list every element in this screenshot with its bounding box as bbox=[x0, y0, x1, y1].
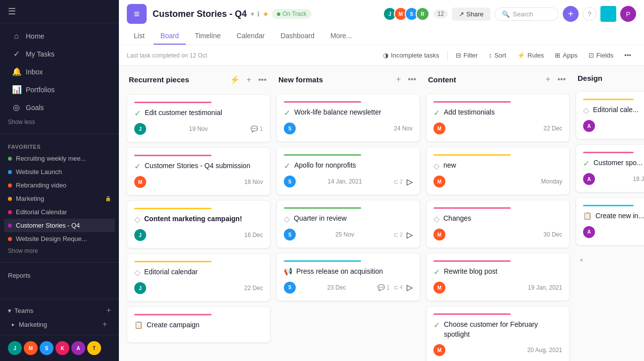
card-footer: S 24 Nov bbox=[284, 122, 413, 134]
card-customer-sp[interactable]: ✓ Customer spo... A 18 Jan, 2021 bbox=[576, 144, 644, 192]
card-date: Monday bbox=[541, 178, 562, 185]
card-date: 23 Dec bbox=[327, 284, 346, 291]
column-recurrent: Recurrent pieces ⚡ + ••• ✓ Edit customer… bbox=[127, 74, 270, 353]
sidebar-item-marketing-team[interactable]: ▸ Marketing + bbox=[8, 318, 111, 331]
hamburger-icon[interactable]: ☰ bbox=[8, 6, 16, 17]
card-add-testimonials[interactable]: ✓ Add testimonials M 22 Dec bbox=[426, 94, 570, 142]
add-team-button[interactable]: + bbox=[107, 306, 111, 315]
info-icon[interactable]: ℹ bbox=[257, 10, 260, 18]
diamond-icon: ◇ bbox=[134, 268, 140, 277]
sidebar-avatar-2[interactable]: M bbox=[24, 341, 38, 355]
card-edit-testimonial[interactable]: ✓ Edit customer testimonial J 19 Nov 💬 1 bbox=[127, 94, 270, 142]
card-customer-stories-q4[interactable]: ✓ Customer Stories - Q4 submission M 18 … bbox=[127, 147, 270, 195]
card-apollo[interactable]: ✓ Apollo for nonprofits S 14 Jan, 2021 ⊏… bbox=[276, 147, 420, 195]
share-button[interactable]: ↗ Share bbox=[452, 7, 490, 21]
search-box[interactable]: 🔍 Search bbox=[494, 7, 559, 21]
sidebar-avatar-1[interactable]: J bbox=[8, 341, 22, 355]
fav-item-recruiting[interactable]: Recruiting weekly mee... bbox=[4, 152, 115, 165]
diamond-icon: ◇ bbox=[134, 215, 140, 224]
sidebar-item-my-tasks[interactable]: ✓ My Tasks bbox=[4, 45, 115, 62]
card-title: Choose customer for February spotlight bbox=[444, 320, 562, 339]
help-button[interactable]: ? bbox=[583, 7, 596, 21]
fav-item-rebranding[interactable]: Rebranding video bbox=[4, 179, 115, 192]
sidebar-avatar-4[interactable]: K bbox=[55, 341, 69, 355]
sidebar-avatar-3[interactable]: S bbox=[40, 341, 54, 355]
show-more-button[interactable]: Show more bbox=[0, 245, 119, 258]
more-col-button[interactable]: ••• bbox=[406, 74, 418, 85]
card-footer: J 19 Nov 💬 1 bbox=[134, 123, 263, 135]
incomplete-tasks-button[interactable]: ◑ Incomplete tasks bbox=[378, 49, 444, 61]
tab-calendar[interactable]: Calendar bbox=[230, 28, 272, 45]
sidebar: ☰ ⌂ Home ✓ My Tasks 🔔 Inbox 📊 Portfolios… bbox=[0, 0, 119, 361]
fav-item-website-design[interactable]: Website Design Reque... bbox=[4, 232, 115, 245]
doc-icon: 📢 bbox=[284, 267, 292, 275]
tab-dashboard[interactable]: Dashboard bbox=[273, 28, 322, 45]
status-badge[interactable]: On Track bbox=[272, 9, 312, 19]
sidebar-avatar-5[interactable]: A bbox=[71, 341, 85, 355]
add-col-button[interactable]: + bbox=[245, 74, 253, 85]
card-bar bbox=[284, 101, 361, 103]
member-avatar-4[interactable]: R bbox=[416, 7, 429, 21]
card-title: Press release on acquisition bbox=[296, 267, 383, 277]
card-icons: ⊏ 2 ▷ bbox=[394, 230, 413, 240]
card-content-marketing[interactable]: ◇ Content marketing campaign! J 16 Dec bbox=[127, 200, 270, 248]
more-col-button[interactable]: ••• bbox=[555, 74, 568, 85]
column-content-header: Content + ••• bbox=[426, 74, 570, 89]
filter-button[interactable]: ⊟ Filter bbox=[451, 49, 483, 61]
column-actions: + ••• bbox=[394, 74, 418, 85]
member-count[interactable]: 12 bbox=[433, 9, 448, 18]
sidebar-item-inbox[interactable]: 🔔 Inbox bbox=[4, 63, 115, 80]
card-bar bbox=[284, 260, 361, 262]
apps-button[interactable]: ⊞ Apps bbox=[550, 49, 583, 61]
fav-item-editorial[interactable]: Editorial Calendar bbox=[4, 205, 115, 219]
fields-button[interactable]: ⊡ Fields bbox=[584, 49, 619, 61]
card-work-life[interactable]: ✓ Work-life balance newsletter S 24 Nov bbox=[276, 94, 420, 142]
column-content-title: Content bbox=[428, 75, 456, 84]
add-col-button[interactable]: + bbox=[544, 74, 552, 85]
add-marketing-button[interactable]: + bbox=[103, 320, 107, 329]
add-card-design-button[interactable]: + bbox=[576, 252, 644, 268]
card-footer: S 14 Jan, 2021 ⊏ 2 ▷ bbox=[284, 176, 413, 187]
tab-list[interactable]: List bbox=[127, 28, 152, 45]
card-new-monday[interactable]: ◇ new M Monday bbox=[426, 147, 570, 195]
sidebar-avatar-6[interactable]: T bbox=[87, 341, 101, 355]
card-editorial-calendar[interactable]: ◇ Editorial calendar J 22 Dec bbox=[127, 253, 270, 301]
more-col-button[interactable]: ••• bbox=[256, 74, 268, 85]
card-bar bbox=[134, 155, 212, 156]
tab-board[interactable]: Board bbox=[154, 28, 186, 45]
lightning-col-icon[interactable]: ⚡ bbox=[228, 74, 242, 85]
card-rewrite-blog[interactable]: ✓ Rewrite blog post M 19 Jan, 2021 bbox=[426, 253, 570, 301]
card-quarter-review[interactable]: ◇ Quarter in review S 25 Nov ⊏ 2 ▷ bbox=[276, 200, 420, 248]
sidebar-header: ☰ bbox=[0, 0, 119, 23]
fav-item-customer-stories[interactable]: Customer Stories - Q4 bbox=[4, 219, 115, 232]
more-options-button[interactable]: ••• bbox=[619, 49, 636, 61]
doc-icon: 📋 bbox=[134, 321, 143, 329]
card-press-release[interactable]: 📢 Press release on acquisition S 23 Dec … bbox=[276, 253, 420, 301]
diamond-icon: ◇ bbox=[433, 161, 439, 171]
tab-timeline[interactable]: Timeline bbox=[188, 28, 227, 45]
card-changes[interactable]: ◇ Changes M 30 Dec bbox=[426, 200, 570, 248]
color-swatch[interactable] bbox=[600, 6, 616, 22]
teams-header[interactable]: ▾ Teams + bbox=[8, 303, 111, 318]
fav-item-marketing[interactable]: Marketing 🔒 bbox=[4, 192, 115, 205]
card-bar bbox=[433, 313, 511, 315]
chevron-down-icon[interactable]: ▾ bbox=[251, 10, 254, 18]
card-create-new[interactable]: 📋 Create new in... A 17 Dec bbox=[576, 197, 644, 245]
sidebar-item-goals[interactable]: ◎ Goals bbox=[4, 99, 115, 116]
add-button[interactable]: + bbox=[563, 6, 579, 22]
card-editorial-cal[interactable]: ◇ Editorial cale... A 29 Dec bbox=[576, 91, 644, 139]
card-avatar: S bbox=[284, 176, 296, 187]
card-choose-customer[interactable]: ✓ Choose customer for February spotlight… bbox=[426, 306, 570, 361]
sidebar-item-portfolios[interactable]: 📊 Portfolios bbox=[4, 81, 115, 98]
sidebar-item-home[interactable]: ⌂ Home bbox=[4, 28, 115, 45]
sort-button[interactable]: ↕ Sort bbox=[483, 49, 511, 61]
tab-more[interactable]: More... bbox=[323, 28, 359, 45]
fav-item-website-launch[interactable]: Website Launch bbox=[4, 165, 115, 179]
rules-button[interactable]: ⚡ Rules bbox=[512, 49, 549, 61]
show-less-button[interactable]: Show less bbox=[0, 117, 119, 129]
card-create-campaign[interactable]: 📋 Create campaign bbox=[127, 306, 270, 343]
user-avatar-header[interactable]: P bbox=[620, 6, 636, 22]
star-icon[interactable]: ★ bbox=[263, 10, 269, 18]
add-col-button[interactable]: + bbox=[394, 74, 403, 85]
check-icon: ✓ bbox=[134, 109, 141, 118]
